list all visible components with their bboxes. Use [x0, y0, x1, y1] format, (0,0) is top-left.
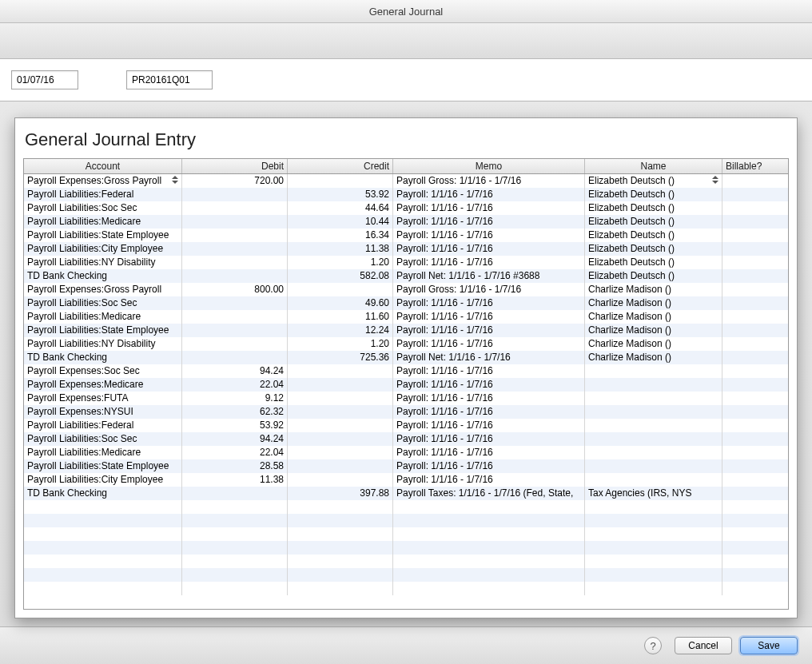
- cell-credit[interactable]: [288, 527, 393, 541]
- cell-name[interactable]: Elizabeth Deutsch (): [585, 174, 722, 188]
- cell-credit[interactable]: 10.44: [288, 215, 393, 229]
- cell-debit[interactable]: 94.24: [182, 432, 288, 446]
- cell-debit[interactable]: 28.58: [182, 459, 288, 473]
- table-row[interactable]: Payroll Expenses:NYSUI62.32Payroll: 1/1/…: [24, 405, 788, 419]
- cell-memo[interactable]: Payroll: 1/1/16 - 1/7/16: [393, 296, 585, 310]
- cell-name[interactable]: [585, 432, 722, 446]
- cell-memo[interactable]: Payroll: 1/1/16 - 1/7/16: [393, 392, 585, 405]
- cell-billable[interactable]: [722, 392, 764, 405]
- table-row[interactable]: Payroll Liabilities:Medicare22.04Payroll…: [24, 446, 788, 459]
- cell-account[interactable]: Payroll Liabilities:NY Disability: [24, 337, 182, 351]
- cell-account[interactable]: Payroll Expenses:Gross Payroll: [24, 174, 182, 188]
- cell-memo[interactable]: Payroll: 1/1/16 - 1/7/16: [393, 215, 585, 229]
- table-row[interactable]: TD Bank Checking582.08Payroll Net: 1/1/1…: [24, 269, 788, 283]
- table-row[interactable]: Payroll Liabilities:NY Disability1.20Pay…: [24, 256, 788, 269]
- table-row[interactable]: Payroll Expenses:FUTA9.12Payroll: 1/1/16…: [24, 392, 788, 405]
- cell-billable[interactable]: [722, 229, 764, 242]
- cell-credit[interactable]: 11.60: [288, 310, 393, 324]
- cell-memo[interactable]: [393, 514, 585, 527]
- cell-account[interactable]: Payroll Liabilities:Federal: [24, 188, 182, 201]
- table-row[interactable]: Payroll Liabilities:Soc Sec49.60Payroll:…: [24, 296, 788, 310]
- cell-billable[interactable]: [722, 378, 764, 392]
- cell-account[interactable]: Payroll Expenses:Soc Sec: [24, 364, 182, 378]
- cell-name[interactable]: [585, 378, 722, 392]
- cell-billable[interactable]: [722, 256, 764, 269]
- cell-account[interactable]: Payroll Expenses:Medicare: [24, 378, 182, 392]
- table-row[interactable]: TD Bank Checking397.88Payroll Taxes: 1/1…: [24, 487, 788, 500]
- cell-account[interactable]: TD Bank Checking: [24, 487, 182, 500]
- cell-credit[interactable]: [288, 378, 393, 392]
- cell-billable[interactable]: [722, 283, 764, 296]
- cell-billable[interactable]: [722, 527, 764, 541]
- cell-billable[interactable]: [722, 174, 764, 188]
- cell-memo[interactable]: Payroll Net: 1/1/16 - 1/7/16 #3688: [393, 269, 585, 283]
- cell-credit[interactable]: 1.20: [288, 256, 393, 269]
- cell-billable[interactable]: [722, 446, 764, 459]
- cell-name[interactable]: [585, 405, 722, 419]
- cell-credit[interactable]: [288, 432, 393, 446]
- save-button[interactable]: Save: [740, 637, 798, 654]
- cell-billable[interactable]: [722, 364, 764, 378]
- cell-memo[interactable]: [393, 541, 585, 555]
- cell-billable[interactable]: [722, 215, 764, 229]
- cell-credit[interactable]: 49.60: [288, 296, 393, 310]
- cell-name[interactable]: [585, 473, 722, 487]
- cell-billable[interactable]: [722, 296, 764, 310]
- cell-account[interactable]: Payroll Liabilities:State Employee: [24, 324, 182, 337]
- table-row[interactable]: TD Bank Checking725.36Payroll Net: 1/1/1…: [24, 351, 788, 364]
- cell-billable[interactable]: [722, 487, 764, 500]
- cell-account[interactable]: Payroll Expenses:NYSUI: [24, 405, 182, 419]
- table-row[interactable]: Payroll Liabilities:Federal53.92Payroll:…: [24, 188, 788, 201]
- cell-debit[interactable]: [182, 324, 288, 337]
- cell-account[interactable]: TD Bank Checking: [24, 351, 182, 364]
- cell-account[interactable]: [24, 555, 182, 568]
- cell-account[interactable]: Payroll Liabilities:Medicare: [24, 446, 182, 459]
- table-row[interactable]: Payroll Liabilities:NY Disability1.20Pay…: [24, 337, 788, 351]
- cell-account[interactable]: Payroll Liabilities:Federal: [24, 419, 182, 432]
- cell-account[interactable]: Payroll Liabilities:Soc Sec: [24, 296, 182, 310]
- cell-account[interactable]: TD Bank Checking: [24, 269, 182, 283]
- cell-debit[interactable]: 800.00: [182, 283, 288, 296]
- cell-debit[interactable]: [182, 229, 288, 242]
- cell-name[interactable]: [585, 568, 722, 582]
- cell-memo[interactable]: Payroll Net: 1/1/16 - 1/7/16: [393, 351, 585, 364]
- cell-memo[interactable]: [393, 582, 585, 595]
- cell-memo[interactable]: Payroll: 1/1/16 - 1/7/16: [393, 459, 585, 473]
- cell-name[interactable]: Elizabeth Deutsch (): [585, 256, 722, 269]
- cell-name[interactable]: [585, 446, 722, 459]
- cell-credit[interactable]: 12.24: [288, 324, 393, 337]
- table-row[interactable]: Payroll Liabilities:Soc Sec44.64Payroll:…: [24, 201, 788, 215]
- cell-debit[interactable]: [182, 514, 288, 527]
- table-row[interactable]: Payroll Expenses:Gross Payroll720.00Payr…: [24, 174, 788, 188]
- cell-memo[interactable]: Payroll: 1/1/16 - 1/7/16: [393, 324, 585, 337]
- table-row[interactable]: Payroll Liabilities:Medicare11.60Payroll…: [24, 310, 788, 324]
- cell-credit[interactable]: 16.34: [288, 229, 393, 242]
- cell-credit[interactable]: [288, 459, 393, 473]
- cell-billable[interactable]: [722, 514, 764, 527]
- cell-billable[interactable]: [722, 201, 764, 215]
- cell-account[interactable]: Payroll Expenses:FUTA: [24, 392, 182, 405]
- cell-name[interactable]: [585, 582, 722, 595]
- cell-billable[interactable]: [722, 459, 764, 473]
- cell-billable[interactable]: [722, 188, 764, 201]
- reference-field[interactable]: [126, 70, 213, 89]
- cell-memo[interactable]: Payroll: 1/1/16 - 1/7/16: [393, 364, 585, 378]
- col-credit[interactable]: Credit: [288, 159, 393, 173]
- cell-account[interactable]: [24, 582, 182, 595]
- cell-debit[interactable]: [182, 527, 288, 541]
- cell-memo[interactable]: Payroll: 1/1/16 - 1/7/16: [393, 229, 585, 242]
- cell-account[interactable]: Payroll Expenses:Gross Payroll: [24, 283, 182, 296]
- cell-account[interactable]: Payroll Liabilities:Medicare: [24, 310, 182, 324]
- cell-name[interactable]: [585, 514, 722, 527]
- cancel-button[interactable]: Cancel: [675, 637, 732, 654]
- cell-name[interactable]: Elizabeth Deutsch (): [585, 242, 722, 256]
- cell-credit[interactable]: [288, 514, 393, 527]
- table-row[interactable]: Payroll Liabilities:Soc Sec94.24Payroll:…: [24, 432, 788, 446]
- table-row[interactable]: Payroll Expenses:Medicare22.04Payroll: 1…: [24, 378, 788, 392]
- table-row[interactable]: Payroll Liabilities:Medicare10.44Payroll…: [24, 215, 788, 229]
- cell-billable[interactable]: [722, 351, 764, 364]
- table-row[interactable]: Payroll Liabilities:Federal53.92Payroll:…: [24, 419, 788, 432]
- cell-debit[interactable]: 22.04: [182, 378, 288, 392]
- cell-credit[interactable]: 11.38: [288, 242, 393, 256]
- cell-billable[interactable]: [722, 310, 764, 324]
